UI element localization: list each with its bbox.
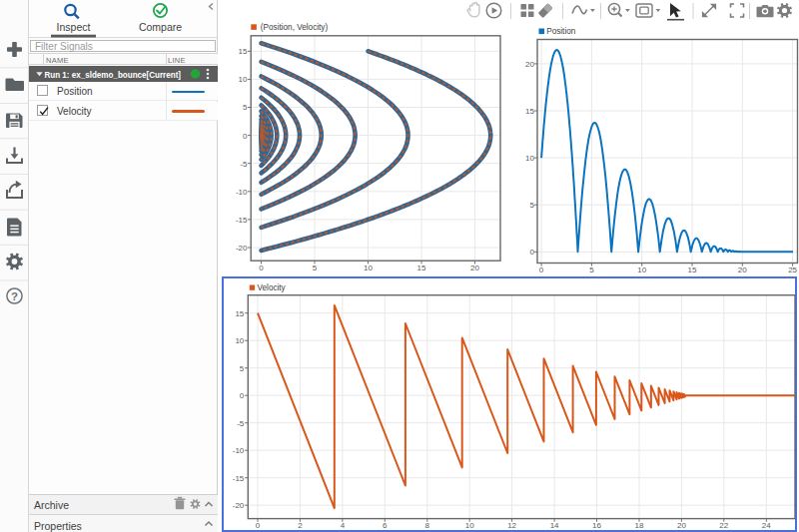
svg-text:15: 15 <box>525 107 534 116</box>
svg-text:5: 5 <box>243 103 248 112</box>
svg-text:10: 10 <box>364 264 373 272</box>
svg-text:5: 5 <box>589 266 594 274</box>
svg-text:-20: -20 <box>236 244 248 253</box>
svg-text:20: 20 <box>738 266 747 274</box>
svg-text:25: 25 <box>788 266 797 274</box>
svg-text:2: 2 <box>298 521 303 530</box>
svg-text:0: 0 <box>256 521 261 530</box>
svg-text:14: 14 <box>550 521 559 530</box>
svg-text:5: 5 <box>313 264 318 272</box>
svg-text:12: 12 <box>507 521 516 530</box>
svg-text:18: 18 <box>635 521 644 530</box>
svg-text:15: 15 <box>417 264 426 272</box>
svg-text:20: 20 <box>525 60 534 69</box>
svg-text:-15: -15 <box>236 216 248 225</box>
svg-text:10: 10 <box>637 266 646 274</box>
svg-text:Run 1: ex_sldemo_bounce[Curren: Run 1: ex_sldemo_bounce[Current] <box>44 68 181 79</box>
svg-text:16: 16 <box>592 521 601 530</box>
svg-text:Position: Position <box>546 27 576 36</box>
svg-text:5: 5 <box>530 201 535 210</box>
svg-text:10: 10 <box>235 336 244 345</box>
svg-text:-5: -5 <box>240 160 248 169</box>
svg-text:0: 0 <box>259 264 264 272</box>
svg-text:(Position, Velocity): (Position, Velocity) <box>261 23 329 32</box>
svg-text:?: ? <box>11 290 18 302</box>
svg-text:20: 20 <box>677 521 686 530</box>
svg-text:22: 22 <box>719 521 728 530</box>
svg-text:8: 8 <box>425 521 430 530</box>
svg-text:-10: -10 <box>236 188 248 197</box>
svg-text:6: 6 <box>383 521 388 530</box>
svg-text:-15: -15 <box>233 474 245 483</box>
svg-text:15: 15 <box>239 47 248 56</box>
svg-text:10: 10 <box>525 154 534 163</box>
svg-text:Compare: Compare <box>139 21 182 33</box>
svg-text:24: 24 <box>762 521 771 530</box>
svg-text:5: 5 <box>240 364 245 373</box>
svg-text:Inspect: Inspect <box>57 21 91 33</box>
svg-text:0: 0 <box>530 248 535 257</box>
svg-text:0: 0 <box>539 266 544 274</box>
svg-text:10: 10 <box>465 521 474 530</box>
svg-text:20: 20 <box>470 264 479 272</box>
svg-text:0: 0 <box>240 391 245 400</box>
svg-text:0: 0 <box>243 132 248 141</box>
svg-text:Velocity: Velocity <box>258 283 287 292</box>
svg-text:15: 15 <box>688 266 697 274</box>
svg-text:4: 4 <box>341 521 346 530</box>
svg-text:-5: -5 <box>237 419 245 428</box>
svg-text:10: 10 <box>239 75 248 84</box>
svg-text:-10: -10 <box>233 446 245 455</box>
svg-text:15: 15 <box>235 309 244 318</box>
svg-text:-20: -20 <box>233 501 245 510</box>
